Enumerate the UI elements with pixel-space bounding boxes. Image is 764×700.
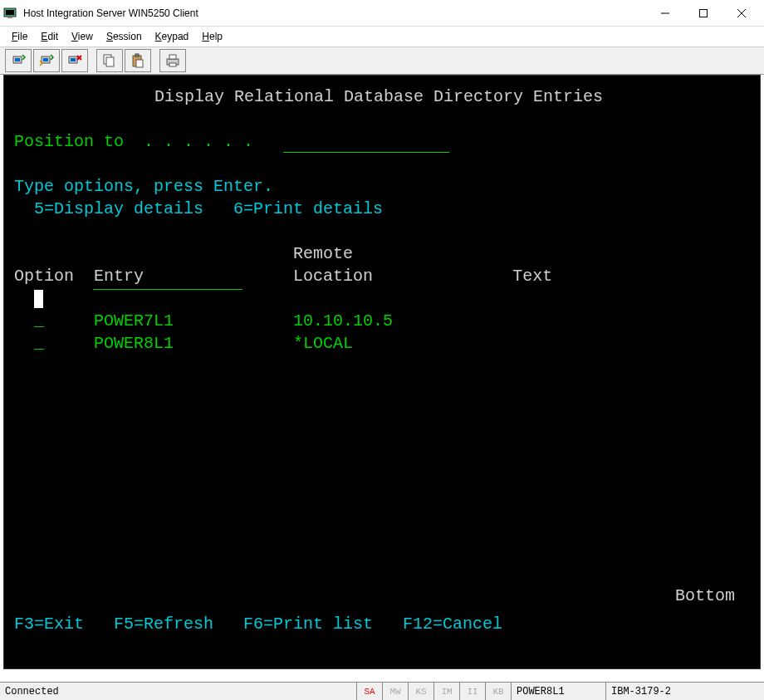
status-im: IM (434, 683, 460, 700)
toolbar-disconnect-button[interactable] (61, 49, 88, 72)
statusbar: Connected SA MW KS IM II KB POWER8L1 IBM… (0, 682, 764, 700)
svg-rect-19 (136, 60, 143, 67)
status-mw: MW (383, 683, 409, 700)
option-field[interactable]: _ (34, 311, 44, 330)
position-to-input[interactable] (283, 135, 449, 153)
terminal-screen[interactable]: Display Relational Database Directory En… (3, 75, 761, 669)
svg-rect-16 (106, 57, 114, 66)
menu-keypad[interactable]: Keypad (150, 29, 194, 44)
status-ks: KS (409, 683, 434, 700)
menu-file[interactable]: File (7, 29, 32, 44)
toolbar-copy-button[interactable] (96, 49, 123, 72)
toolbar-connect-button[interactable] (5, 49, 32, 72)
svg-rect-18 (135, 54, 139, 56)
screen-title: Display Relational Database Directory En… (14, 86, 760, 108)
status-kb: KB (486, 683, 512, 700)
svg-rect-21 (169, 55, 176, 59)
toolbar-print-button[interactable] (159, 49, 186, 72)
position-to-row: Position to . . . . . . (14, 130, 760, 153)
menu-edit[interactable]: Edit (36, 29, 63, 44)
instructions-line: Type options, press Enter. (14, 175, 760, 198)
entry-divider (93, 289, 242, 290)
app-icon (3, 7, 17, 20)
svg-rect-22 (169, 63, 176, 66)
entry-value: POWER7L1 (94, 311, 174, 330)
status-ii: II (460, 683, 486, 700)
column-header-2: Option Entry Location Text (14, 265, 760, 287)
toolbar-paste-button[interactable] (125, 49, 151, 72)
column-header-1: Remote (14, 242, 760, 265)
bottom-indicator: Bottom (675, 585, 735, 607)
entry-value: POWER8L1 (94, 334, 174, 353)
toolbar-connect2-button[interactable] (33, 49, 60, 72)
function-keys: F3=Exit F5=Refresh F6=Print list F12=Can… (14, 613, 502, 635)
status-sa: SA (357, 683, 383, 700)
svg-rect-8 (15, 58, 20, 61)
titlebar: Host Integration Server WIN5250 Client (0, 0, 764, 27)
svg-rect-4 (700, 9, 708, 17)
menu-help[interactable]: Help (197, 29, 228, 44)
minimize-button[interactable] (646, 1, 684, 26)
svg-rect-10 (43, 58, 48, 61)
table-row: _ POWER7L1 10.10.10.5 (14, 310, 760, 332)
menu-view[interactable]: View (66, 29, 98, 44)
options-help-line: 5=Display details 6=Print details (14, 198, 760, 220)
maximize-button[interactable] (684, 1, 722, 26)
cursor (34, 290, 43, 308)
table-row: _ POWER8L1 *LOCAL (14, 332, 760, 355)
location-value: *LOCAL (293, 334, 353, 353)
position-to-label: Position to . . . . . . (14, 132, 253, 151)
option-field[interactable]: _ (34, 334, 44, 353)
entry-input-row (14, 287, 760, 310)
status-connected: Connected (0, 683, 357, 700)
menu-session[interactable]: Session (101, 29, 147, 44)
window-title: Host Integration Server WIN5250 Client (23, 7, 646, 19)
svg-rect-12 (71, 58, 76, 61)
toolbar (0, 47, 764, 75)
status-system: POWER8L1 (512, 683, 606, 700)
svg-rect-2 (7, 17, 12, 18)
svg-rect-1 (6, 10, 14, 15)
window-controls (646, 1, 761, 26)
close-button[interactable] (722, 1, 761, 26)
location-value: 10.10.10.5 (293, 311, 393, 330)
status-device: IBM-3179-2 (606, 683, 696, 700)
menubar: File Edit View Session Keypad Help (0, 27, 764, 47)
